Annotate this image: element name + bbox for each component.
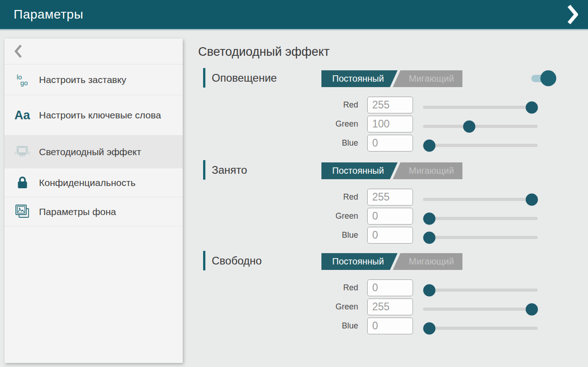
channel-slider-thumb[interactable] (525, 101, 538, 113)
sidebar-item-privacy[interactable]: Конфиденциальность (5, 168, 183, 197)
channel-slider-thumb[interactable] (423, 139, 435, 152)
led-section: Занято Постоянный Мигающий Red Green Blu… (198, 160, 561, 249)
channel-row-green: Green (198, 298, 552, 315)
channel-value-input[interactable] (367, 189, 413, 206)
channel-slider-track[interactable] (423, 198, 538, 201)
channel-slider-thumb[interactable] (525, 303, 538, 315)
sidebar-menu: logo Настроить заставку Aa Настроить клю… (5, 64, 183, 226)
channel-row-blue: Blue (198, 135, 552, 152)
channel-label: Red (198, 189, 358, 206)
channel-rows: Red Green Blue (198, 251, 561, 339)
channel-slider-track[interactable] (423, 236, 538, 239)
channel-slider-track[interactable] (423, 289, 538, 292)
app-header: Параметры (0, 0, 588, 30)
channel-label: Blue (198, 227, 358, 244)
channel-slider-track[interactable] (423, 308, 538, 311)
channel-rows: Red Green Blue (198, 160, 561, 249)
sidebar-item-label: Параметры фона (39, 206, 116, 218)
sidebar-item-led-effect[interactable]: Светодиодный эффект (5, 136, 183, 168)
channel-row-red: Red (198, 279, 552, 296)
sidebar-item-icon-box (12, 176, 33, 190)
monitor-icon (14, 145, 31, 159)
channel-row-blue: Blue (198, 227, 552, 244)
channel-slider-track[interactable] (423, 125, 538, 128)
channel-slider-thumb[interactable] (463, 120, 476, 132)
channel-slider-track[interactable] (423, 217, 538, 220)
channel-value-input[interactable] (367, 279, 413, 296)
channel-slider-thumb[interactable] (423, 231, 435, 244)
keywords-icon: Aa (15, 109, 30, 122)
channel-label: Blue (198, 318, 358, 334)
channel-value-input[interactable] (367, 227, 413, 244)
channel-rows: Red Green Blue (198, 68, 561, 157)
channel-row-red: Red (198, 97, 552, 113)
led-section: Свободно Постоянный Мигающий Red Green B… (198, 251, 561, 339)
channel-label: Green (198, 208, 358, 225)
forward-chevron-button[interactable] (567, 5, 578, 24)
sidebar-back-button[interactable] (5, 39, 183, 64)
content-title: Светодиодный эффект (198, 45, 330, 59)
channel-slider-thumb[interactable] (423, 212, 435, 225)
lock-icon (16, 176, 29, 190)
back-chevron-icon (15, 44, 22, 58)
page-title: Параметры (14, 7, 83, 22)
channel-label: Red (198, 279, 358, 296)
sidebar-item-keywords[interactable]: Aa Настроить ключевые слова (5, 95, 183, 136)
channel-value-input[interactable] (367, 97, 413, 113)
channel-label: Green (198, 298, 358, 315)
sidebar-item-icon-box (12, 145, 33, 159)
sidebar-item-screensaver[interactable]: logo Настроить заставку (5, 64, 183, 95)
channel-row-red: Red (198, 189, 552, 206)
channel-row-blue: Blue (198, 318, 552, 334)
channel-value-input[interactable] (367, 298, 413, 315)
sidebar-item-icon-box: Aa (12, 109, 33, 122)
channel-slider-thumb[interactable] (525, 193, 538, 206)
channel-value-input[interactable] (367, 116, 413, 132)
sidebar-item-label: Конфиденциальность (39, 176, 136, 189)
channel-row-green: Green (198, 208, 552, 225)
channel-slider-track[interactable] (423, 106, 538, 109)
sidebar-item-label: Настроить ключевые слова (39, 109, 161, 121)
sidebar-item-background[interactable]: Параметры фона (5, 197, 183, 226)
channel-label: Blue (198, 135, 358, 152)
channel-value-input[interactable] (367, 318, 413, 334)
sidebar-item-icon-box (12, 204, 33, 219)
sidebar: logo Настроить заставку Aa Настроить клю… (5, 39, 183, 363)
sidebar-item-label: Светодиодный эффект (39, 146, 141, 158)
channel-slider-track[interactable] (423, 327, 538, 330)
channel-label: Green (198, 116, 358, 132)
channel-slider-thumb[interactable] (423, 284, 435, 296)
channel-value-input[interactable] (367, 135, 413, 152)
channel-slider-thumb[interactable] (423, 322, 435, 334)
channel-slider-track[interactable] (423, 144, 538, 147)
images-icon (15, 204, 30, 219)
channel-row-green: Green (198, 116, 552, 132)
led-section: Оповещение Постоянный Мигающий Red Green… (198, 68, 561, 157)
channel-value-input[interactable] (367, 208, 413, 225)
logo-icon: logo (17, 74, 28, 86)
sidebar-item-icon-box: logo (12, 74, 33, 86)
channel-label: Red (198, 97, 358, 113)
sidebar-item-label: Настроить заставку (39, 73, 126, 86)
